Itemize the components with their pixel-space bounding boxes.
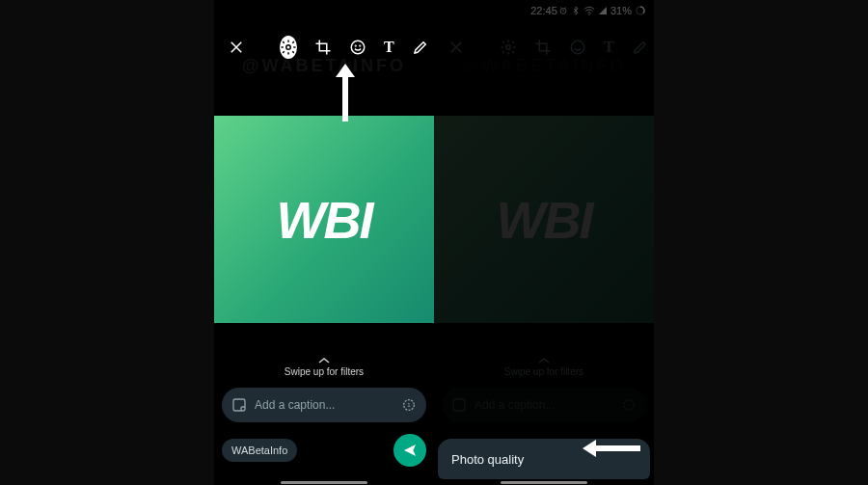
nav-handle[interactable] [501, 481, 587, 484]
caption-input[interactable]: Add a caption... 1 [222, 388, 426, 422]
modal-dimmer[interactable] [434, 0, 654, 485]
nav-handle[interactable] [281, 481, 367, 484]
caption-placeholder: Add a caption... [255, 398, 393, 412]
preview-logo-text: WBI [277, 194, 372, 246]
watermark: @WABETAINFO [214, 56, 434, 76]
svg-rect-4 [233, 399, 245, 411]
sticker-icon[interactable] [231, 397, 247, 413]
svg-point-2 [355, 45, 356, 46]
svg-point-0 [286, 45, 291, 50]
timer-icon[interactable]: 1 [401, 397, 417, 413]
emoji-icon[interactable] [349, 38, 366, 57]
comparison-stage: T @WABETAINFO WBI Swipe up for filters A… [0, 0, 868, 485]
svg-point-1 [351, 40, 365, 54]
phone-right: 22:45 31% T [434, 0, 654, 485]
photo-quality-sheet[interactable]: Photo quality [438, 439, 650, 479]
image-preview[interactable]: WBI [214, 116, 434, 323]
text-icon[interactable]: T [384, 38, 394, 57]
sheet-title: Photo quality [451, 452, 524, 467]
svg-point-3 [360, 45, 361, 46]
close-icon[interactable] [228, 38, 245, 57]
crop-icon[interactable] [314, 38, 332, 57]
swipe-up-hint[interactable]: Swipe up for filters [214, 357, 434, 377]
phone-left: T @WABETAINFO WBI Swipe up for filters A… [214, 0, 434, 485]
send-button[interactable] [393, 434, 426, 467]
draw-icon[interactable] [412, 38, 429, 57]
swipe-hint-label: Swipe up for filters [285, 366, 364, 377]
chevron-up-icon [318, 357, 330, 364]
recipient-chip[interactable]: WABetaInfo [222, 439, 297, 462]
bottom-row: WABetaInfo [222, 434, 426, 467]
svg-text:1: 1 [407, 402, 411, 408]
send-icon [402, 443, 418, 458]
